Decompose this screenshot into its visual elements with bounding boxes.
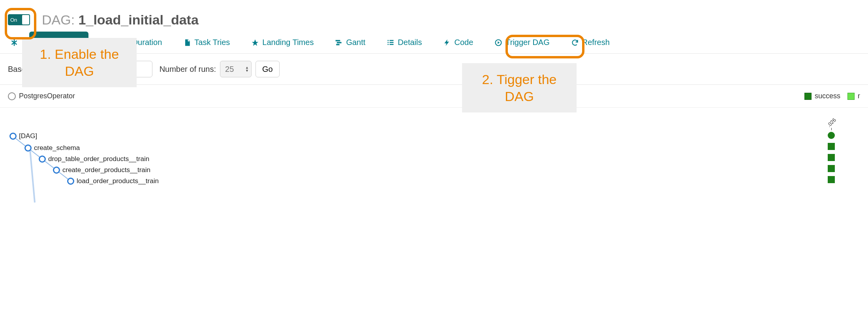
legend-row: PostgresOperator success r bbox=[0, 85, 868, 108]
svg-rect-5 bbox=[336, 44, 340, 45]
tab-label: Gantt bbox=[346, 38, 365, 47]
dag-run-status[interactable] bbox=[828, 132, 835, 139]
tree-node-create-schema[interactable]: create_schema bbox=[24, 144, 80, 152]
tab-label: Code bbox=[454, 38, 473, 47]
running-label: r bbox=[858, 92, 860, 100]
svg-rect-10 bbox=[388, 44, 389, 45]
operator-swatch bbox=[8, 92, 16, 100]
tab-task-tries[interactable]: Task Tries bbox=[176, 32, 237, 53]
trigger-dag-button[interactable]: Trigger DAG bbox=[487, 32, 557, 53]
refresh-button[interactable]: Refresh bbox=[564, 32, 617, 53]
tree-node-dag[interactable]: [DAG] bbox=[9, 132, 37, 140]
annotation-text-1: 1. Enable the DAG bbox=[22, 38, 137, 87]
document-icon bbox=[183, 39, 191, 47]
svg-rect-4 bbox=[337, 42, 342, 43]
node-circle-icon bbox=[39, 156, 46, 163]
svg-rect-8 bbox=[388, 42, 389, 43]
toggle-label: On bbox=[10, 17, 17, 23]
tree-node-drop-table[interactable]: drop_table_order_products__train bbox=[39, 155, 149, 163]
tab-landing-times[interactable]: Landing Times bbox=[244, 32, 321, 53]
tree-node-create-order-products[interactable]: create_order_products__train bbox=[53, 166, 150, 174]
node-circle-icon bbox=[67, 178, 74, 185]
annotation-text-2: 2. Tigger the DAG bbox=[462, 63, 577, 112]
success-label: success bbox=[815, 92, 840, 100]
play-circle-icon bbox=[494, 39, 502, 47]
task-status-cell[interactable] bbox=[828, 154, 835, 161]
status-tick-label: .026 bbox=[826, 117, 837, 128]
go-button[interactable]: Go bbox=[256, 61, 280, 77]
runs-label: Number of runs: bbox=[160, 65, 216, 74]
gantt-icon bbox=[335, 39, 343, 47]
svg-rect-7 bbox=[390, 40, 394, 41]
tab-label: Trigger DAG bbox=[505, 38, 550, 47]
tree-node-load-order-products[interactable]: load_order_products__train bbox=[67, 177, 159, 185]
svg-rect-11 bbox=[390, 44, 394, 45]
tab-code[interactable]: Code bbox=[436, 32, 480, 53]
tab-label: Refresh bbox=[582, 38, 610, 47]
dag-name: 1_load_initial_data bbox=[79, 12, 199, 27]
task-status-cell[interactable] bbox=[828, 165, 835, 172]
node-circle-icon bbox=[53, 167, 60, 174]
page-title: DAG: 1_load_initial_data bbox=[42, 12, 199, 28]
svg-rect-6 bbox=[388, 40, 389, 41]
refresh-icon bbox=[571, 39, 579, 47]
asterisk-icon bbox=[10, 39, 18, 47]
node-circle-icon bbox=[24, 144, 32, 152]
runs-select[interactable]: 25 ▲▼ bbox=[220, 61, 252, 77]
tab-gantt[interactable]: Gantt bbox=[328, 32, 372, 53]
tab-label: Landing Times bbox=[262, 38, 314, 47]
status-column: .026 bbox=[827, 120, 836, 187]
tree-view: [DAG] create_schema drop_table_order_pro… bbox=[0, 108, 868, 210]
bolt-icon bbox=[443, 39, 451, 47]
tab-label: Details bbox=[398, 38, 422, 47]
running-swatch bbox=[847, 93, 855, 100]
plane-icon bbox=[251, 39, 259, 47]
task-status-cell[interactable] bbox=[828, 143, 835, 150]
node-circle-icon bbox=[9, 133, 17, 140]
task-status-cell[interactable] bbox=[828, 176, 835, 183]
tab-details[interactable]: Details bbox=[380, 32, 429, 53]
tab-tree-view-partial[interactable] bbox=[8, 32, 22, 53]
tab-label: Task Tries bbox=[194, 38, 230, 47]
dag-enable-toggle[interactable]: On bbox=[8, 14, 30, 25]
list-icon bbox=[387, 39, 395, 47]
dag-prefix: DAG: bbox=[42, 12, 79, 27]
chevron-updown-icon: ▲▼ bbox=[245, 66, 249, 72]
svg-rect-3 bbox=[336, 40, 340, 41]
success-swatch bbox=[804, 93, 812, 100]
operator-label: PostgresOperator bbox=[19, 92, 75, 100]
svg-rect-9 bbox=[390, 42, 394, 43]
runs-value: 25 bbox=[225, 65, 234, 74]
